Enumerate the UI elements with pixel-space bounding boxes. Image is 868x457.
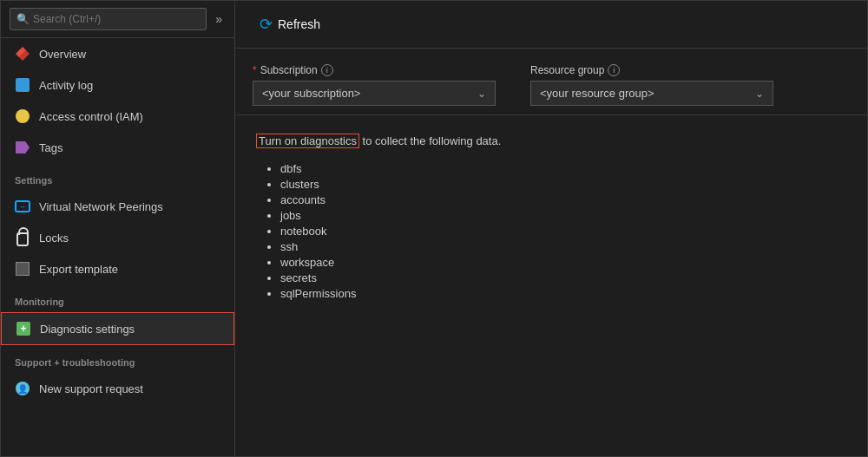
sidebar: 🔍 » Overview Activity log Access control… bbox=[1, 1, 235, 456]
list-item: notebook bbox=[280, 225, 846, 238]
search-input[interactable] bbox=[10, 8, 207, 30]
collapse-button[interactable]: » bbox=[212, 10, 226, 28]
monitoring-section-header: Monitoring bbox=[1, 284, 234, 312]
support-section-header: Support + troubleshooting bbox=[1, 345, 234, 373]
iam-icon bbox=[15, 108, 30, 124]
sidebar-item-locks[interactable]: Locks bbox=[1, 222, 234, 253]
list-item: workspace bbox=[280, 256, 846, 269]
sidebar-item-overview[interactable]: Overview bbox=[1, 38, 234, 69]
diagnostics-data-list: dbfs clusters accounts jobs notebook ssh… bbox=[256, 162, 846, 300]
support-icon: 👤 bbox=[15, 381, 30, 396]
turn-on-diagnostics-link[interactable]: Turn on diagnostics bbox=[256, 134, 359, 148]
list-item: jobs bbox=[280, 209, 846, 222]
list-item: dbfs bbox=[280, 162, 846, 175]
main-content: ⟳ Refresh * Subscription i <your subscri… bbox=[235, 1, 867, 456]
lock-icon bbox=[15, 230, 30, 245]
export-icon bbox=[15, 261, 30, 277]
sidebar-item-iam[interactable]: Access control (IAM) bbox=[1, 101, 234, 132]
subscription-label: * Subscription i bbox=[253, 64, 496, 76]
resource-group-dropdown[interactable]: <your resource group> ⌄ bbox=[530, 81, 773, 106]
refresh-icon: ⟳ bbox=[260, 15, 273, 34]
tags-icon bbox=[15, 140, 30, 155]
content-area: Turn on diagnostics to collect the follo… bbox=[235, 115, 867, 456]
list-item: sqlPermissions bbox=[280, 287, 846, 300]
form-section: * Subscription i <your subscription> ⌄ R… bbox=[235, 49, 867, 115]
list-item: secrets bbox=[280, 271, 846, 284]
vnet-icon bbox=[15, 199, 30, 214]
diag-icon: + bbox=[16, 321, 31, 336]
list-item: clusters bbox=[280, 178, 846, 191]
toolbar: ⟳ Refresh bbox=[235, 1, 867, 49]
diagnostics-description: Turn on diagnostics to collect the follo… bbox=[256, 133, 846, 150]
sidebar-item-tags[interactable]: Tags bbox=[1, 132, 234, 163]
resource-group-info-icon[interactable]: i bbox=[608, 64, 620, 76]
resource-group-dropdown-arrow: ⌄ bbox=[755, 88, 764, 100]
subscription-info-icon[interactable]: i bbox=[321, 64, 333, 76]
list-item: accounts bbox=[280, 193, 846, 206]
overview-icon bbox=[15, 46, 30, 62]
resource-group-group: Resource group i <your resource group> ⌄ bbox=[530, 64, 773, 106]
resource-group-label: Resource group i bbox=[530, 64, 773, 76]
sidebar-item-activity-log[interactable]: Activity log bbox=[1, 69, 234, 101]
required-star: * bbox=[253, 64, 257, 76]
subscription-dropdown[interactable]: <your subscription> ⌄ bbox=[253, 81, 496, 106]
sidebar-item-new-support[interactable]: 👤 New support request bbox=[1, 373, 234, 404]
refresh-button[interactable]: ⟳ Refresh bbox=[253, 11, 327, 37]
subscription-dropdown-arrow: ⌄ bbox=[477, 88, 486, 100]
sidebar-item-export[interactable]: Export template bbox=[1, 253, 234, 284]
subscription-group: * Subscription i <your subscription> ⌄ bbox=[253, 64, 496, 106]
sidebar-item-vnet[interactable]: Virtual Network Peerings bbox=[1, 191, 234, 222]
sidebar-item-diagnostic-settings[interactable]: + Diagnostic settings bbox=[1, 312, 234, 345]
activity-icon bbox=[15, 77, 30, 93]
settings-section-header: Settings bbox=[1, 163, 234, 191]
search-bar: 🔍 » bbox=[1, 1, 234, 38]
list-item: ssh bbox=[280, 240, 846, 253]
